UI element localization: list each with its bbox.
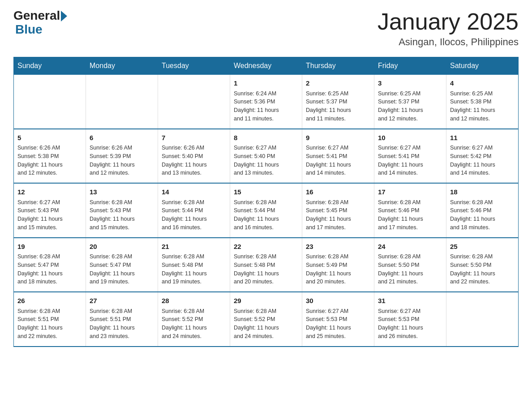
calendar-cell: [14, 75, 86, 129]
calendar-day-header: Tuesday: [158, 57, 230, 75]
day-info: Sunrise: 6:26 AM Sunset: 5:40 PM Dayligh…: [162, 144, 226, 177]
calendar-cell: 20Sunrise: 6:28 AM Sunset: 5:47 PM Dayli…: [86, 238, 158, 292]
day-number: 15: [234, 187, 298, 197]
calendar-cell: 7Sunrise: 6:26 AM Sunset: 5:40 PM Daylig…: [158, 129, 230, 184]
day-info: Sunrise: 6:27 AM Sunset: 5:41 PM Dayligh…: [306, 144, 370, 177]
calendar-week-row: 12Sunrise: 6:27 AM Sunset: 5:43 PM Dayli…: [14, 183, 519, 238]
day-info: Sunrise: 6:28 AM Sunset: 5:50 PM Dayligh…: [378, 253, 442, 286]
calendar-day-header: Friday: [374, 57, 446, 75]
day-info: Sunrise: 6:25 AM Sunset: 5:37 PM Dayligh…: [378, 90, 442, 123]
day-number: 8: [234, 133, 298, 143]
day-number: 10: [378, 133, 442, 143]
day-number: 2: [306, 78, 370, 89]
calendar-cell: 12Sunrise: 6:27 AM Sunset: 5:43 PM Dayli…: [14, 183, 86, 238]
day-info: Sunrise: 6:27 AM Sunset: 5:53 PM Dayligh…: [378, 307, 442, 341]
day-info: Sunrise: 6:28 AM Sunset: 5:43 PM Dayligh…: [90, 198, 154, 232]
day-info: Sunrise: 6:28 AM Sunset: 5:52 PM Dayligh…: [162, 307, 226, 341]
location-title: Asingan, Ilocos, Philippines: [378, 36, 519, 48]
calendar-cell: 25Sunrise: 6:28 AM Sunset: 5:50 PM Dayli…: [446, 238, 519, 292]
day-number: 9: [306, 133, 370, 143]
calendar-cell: 10Sunrise: 6:27 AM Sunset: 5:41 PM Dayli…: [374, 129, 446, 184]
calendar-cell: 2Sunrise: 6:25 AM Sunset: 5:37 PM Daylig…: [302, 75, 374, 129]
day-number: 7: [162, 133, 226, 143]
day-number: 6: [90, 133, 154, 143]
day-info: Sunrise: 6:28 AM Sunset: 5:47 PM Dayligh…: [17, 253, 82, 286]
day-number: 12: [17, 187, 82, 197]
calendar-cell: 15Sunrise: 6:28 AM Sunset: 5:44 PM Dayli…: [230, 183, 302, 238]
calendar-week-row: 5Sunrise: 6:26 AM Sunset: 5:38 PM Daylig…: [14, 129, 519, 184]
day-info: Sunrise: 6:27 AM Sunset: 5:41 PM Dayligh…: [378, 144, 442, 177]
calendar-cell: 9Sunrise: 6:27 AM Sunset: 5:41 PM Daylig…: [302, 129, 374, 184]
day-number: 5: [17, 133, 82, 143]
day-number: 31: [378, 296, 442, 306]
day-info: Sunrise: 6:28 AM Sunset: 5:50 PM Dayligh…: [450, 253, 515, 286]
calendar-cell: 27Sunrise: 6:28 AM Sunset: 5:51 PM Dayli…: [86, 292, 158, 347]
day-number: 3: [378, 78, 442, 89]
day-number: 18: [450, 187, 515, 197]
day-number: 1: [234, 78, 298, 89]
day-info: Sunrise: 6:24 AM Sunset: 5:36 PM Dayligh…: [234, 90, 298, 123]
month-title: January 2025: [378, 9, 519, 34]
calendar-cell: 4Sunrise: 6:25 AM Sunset: 5:38 PM Daylig…: [446, 75, 519, 129]
day-number: 24: [378, 242, 442, 252]
calendar-day-header: Sunday: [14, 57, 86, 75]
calendar-cell: 13Sunrise: 6:28 AM Sunset: 5:43 PM Dayli…: [86, 183, 158, 238]
calendar-cell: 6Sunrise: 6:26 AM Sunset: 5:39 PM Daylig…: [86, 129, 158, 184]
day-info: Sunrise: 6:28 AM Sunset: 5:44 PM Dayligh…: [234, 198, 298, 232]
day-info: Sunrise: 6:27 AM Sunset: 5:43 PM Dayligh…: [17, 198, 82, 232]
day-info: Sunrise: 6:28 AM Sunset: 5:44 PM Dayligh…: [162, 198, 226, 232]
calendar-cell: 31Sunrise: 6:27 AM Sunset: 5:53 PM Dayli…: [374, 292, 446, 347]
day-number: 4: [450, 78, 515, 89]
calendar-cell: 28Sunrise: 6:28 AM Sunset: 5:52 PM Dayli…: [158, 292, 230, 347]
calendar-cell: 1Sunrise: 6:24 AM Sunset: 5:36 PM Daylig…: [230, 75, 302, 129]
day-number: 11: [450, 133, 515, 143]
day-number: 30: [306, 296, 370, 306]
day-info: Sunrise: 6:28 AM Sunset: 5:48 PM Dayligh…: [162, 253, 226, 286]
logo-arrow-icon: [61, 11, 67, 21]
calendar-week-row: 26Sunrise: 6:28 AM Sunset: 5:51 PM Dayli…: [14, 292, 519, 347]
day-number: 27: [90, 296, 154, 306]
day-number: 13: [90, 187, 154, 197]
calendar-cell: 5Sunrise: 6:26 AM Sunset: 5:38 PM Daylig…: [14, 129, 86, 184]
day-info: Sunrise: 6:28 AM Sunset: 5:48 PM Dayligh…: [234, 253, 298, 286]
day-number: 26: [17, 296, 82, 306]
day-info: Sunrise: 6:28 AM Sunset: 5:49 PM Dayligh…: [306, 253, 370, 286]
calendar-cell: [86, 75, 158, 129]
logo-general-text: General: [13, 9, 60, 23]
day-info: Sunrise: 6:28 AM Sunset: 5:52 PM Dayligh…: [234, 307, 298, 341]
logo-blue-text: Blue: [15, 23, 67, 37]
calendar-week-row: 1Sunrise: 6:24 AM Sunset: 5:36 PM Daylig…: [14, 75, 519, 129]
calendar-cell: 8Sunrise: 6:27 AM Sunset: 5:40 PM Daylig…: [230, 129, 302, 184]
day-info: Sunrise: 6:26 AM Sunset: 5:38 PM Dayligh…: [17, 144, 82, 177]
day-number: 21: [162, 242, 226, 252]
day-number: 22: [234, 242, 298, 252]
calendar-cell: 16Sunrise: 6:28 AM Sunset: 5:45 PM Dayli…: [302, 183, 374, 238]
day-number: 19: [17, 242, 82, 252]
day-number: 28: [162, 296, 226, 306]
calendar-day-header: Monday: [86, 57, 158, 75]
calendar-cell: 11Sunrise: 6:27 AM Sunset: 5:42 PM Dayli…: [446, 129, 519, 184]
day-info: Sunrise: 6:28 AM Sunset: 5:46 PM Dayligh…: [378, 198, 442, 232]
day-info: Sunrise: 6:27 AM Sunset: 5:42 PM Dayligh…: [450, 144, 515, 177]
day-info: Sunrise: 6:26 AM Sunset: 5:39 PM Dayligh…: [90, 144, 154, 177]
calendar-cell: [158, 75, 230, 129]
calendar-cell: 23Sunrise: 6:28 AM Sunset: 5:49 PM Dayli…: [302, 238, 374, 292]
day-info: Sunrise: 6:28 AM Sunset: 5:46 PM Dayligh…: [450, 198, 515, 232]
calendar-cell: 24Sunrise: 6:28 AM Sunset: 5:50 PM Dayli…: [374, 238, 446, 292]
day-info: Sunrise: 6:27 AM Sunset: 5:40 PM Dayligh…: [234, 144, 298, 177]
day-number: 16: [306, 187, 370, 197]
day-info: Sunrise: 6:27 AM Sunset: 5:53 PM Dayligh…: [306, 307, 370, 341]
title-section: January 2025 Asingan, Ilocos, Philippine…: [378, 9, 519, 48]
calendar-header-row: SundayMondayTuesdayWednesdayThursdayFrid…: [14, 57, 519, 75]
calendar-day-header: Saturday: [446, 57, 519, 75]
calendar-week-row: 19Sunrise: 6:28 AM Sunset: 5:47 PM Dayli…: [14, 238, 519, 292]
calendar-cell: 22Sunrise: 6:28 AM Sunset: 5:48 PM Dayli…: [230, 238, 302, 292]
calendar-cell: 18Sunrise: 6:28 AM Sunset: 5:46 PM Dayli…: [446, 183, 519, 238]
day-info: Sunrise: 6:25 AM Sunset: 5:38 PM Dayligh…: [450, 90, 515, 123]
calendar-cell: 17Sunrise: 6:28 AM Sunset: 5:46 PM Dayli…: [374, 183, 446, 238]
day-info: Sunrise: 6:25 AM Sunset: 5:37 PM Dayligh…: [306, 90, 370, 123]
day-info: Sunrise: 6:28 AM Sunset: 5:51 PM Dayligh…: [90, 307, 154, 341]
day-number: 17: [378, 187, 442, 197]
logo: General Blue: [13, 9, 67, 37]
calendar-cell: 3Sunrise: 6:25 AM Sunset: 5:37 PM Daylig…: [374, 75, 446, 129]
